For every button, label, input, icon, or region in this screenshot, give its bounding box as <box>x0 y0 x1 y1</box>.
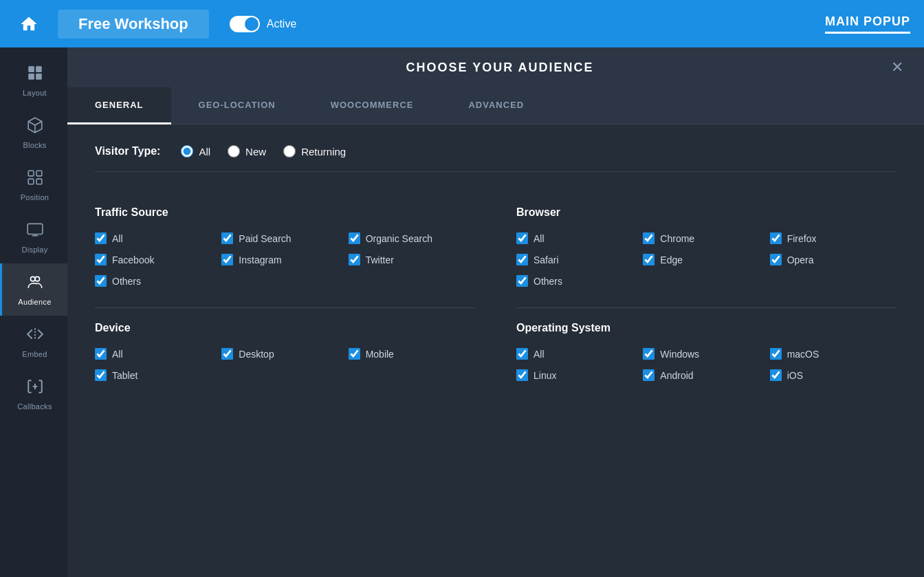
cb-ts-paid[interactable]: Paid Search <box>221 232 348 244</box>
tab-geo-location[interactable]: GEO-LOCATION <box>171 87 303 124</box>
os-title: Operating System <box>516 322 896 334</box>
cb-br-edge-input[interactable] <box>643 254 654 265</box>
cb-os-windows-input[interactable] <box>643 348 654 360</box>
cb-dv-tablet-input[interactable] <box>95 369 107 381</box>
cb-os-linux[interactable]: Linux <box>516 369 643 381</box>
cb-ts-organic-input[interactable] <box>349 232 360 244</box>
device-checkboxes: All Desktop Mobile Tablet <box>95 348 475 381</box>
cb-os-ios[interactable]: iOS <box>770 369 896 381</box>
browser-checkboxes: All Chrome Firefox Safari <box>516 232 896 287</box>
svg-rect-9 <box>28 179 34 184</box>
cb-os-android-input[interactable] <box>643 369 654 381</box>
cb-dv-all[interactable]: All <box>95 348 221 360</box>
sidebar-item-layout[interactable]: Layout <box>0 54 67 107</box>
cb-br-safari[interactable]: Safari <box>516 254 643 265</box>
workshop-title: Free Workshop <box>58 10 209 39</box>
tab-advanced[interactable]: ADVANCED <box>441 87 551 124</box>
cb-dv-mobile[interactable]: Mobile <box>349 348 475 360</box>
cb-dv-mobile-input[interactable] <box>349 348 360 360</box>
cb-br-opera[interactable]: Opera <box>770 254 896 265</box>
cb-br-all[interactable]: All <box>516 232 643 244</box>
cb-br-chrome-input[interactable] <box>643 232 654 244</box>
svg-rect-1 <box>36 66 42 72</box>
blocks-label: Blocks <box>23 141 46 149</box>
home-button[interactable] <box>14 9 44 39</box>
cb-dv-tablet[interactable]: Tablet <box>95 369 221 381</box>
radio-all-input[interactable] <box>181 145 193 157</box>
traffic-source-section: Traffic Source All Paid Search Organi <box>95 193 475 308</box>
sidebar-item-audience[interactable]: Audience <box>0 263 67 316</box>
cb-os-windows[interactable]: Windows <box>643 348 769 360</box>
svg-line-5 <box>35 122 42 125</box>
top-bar: Free Workshop Active MAIN POPUP <box>0 0 924 47</box>
main-layout: Layout Blocks <box>0 47 924 577</box>
radio-returning-label: Returning <box>301 146 346 157</box>
cb-ts-others[interactable]: Others <box>95 275 221 287</box>
popup-label: MAIN POPUP <box>825 14 910 34</box>
cb-br-others[interactable]: Others <box>516 275 643 287</box>
cb-os-all[interactable]: All <box>516 348 643 360</box>
cb-br-safari-input[interactable] <box>516 254 528 265</box>
visitor-type-row: Visitor Type: All New Returning <box>95 145 896 172</box>
radio-returning-input[interactable] <box>283 145 296 157</box>
cb-dv-all-input[interactable] <box>95 348 107 360</box>
radio-all[interactable]: All <box>181 145 210 157</box>
cb-br-firefox-input[interactable] <box>770 232 782 244</box>
callbacks-icon <box>26 378 44 398</box>
radio-returning[interactable]: Returning <box>283 145 346 157</box>
cb-os-linux-input[interactable] <box>516 369 528 381</box>
visitor-type-radio-group: All New Returning <box>181 145 346 157</box>
cb-ts-facebook-input[interactable] <box>95 254 107 265</box>
cb-br-edge[interactable]: Edge <box>643 254 769 265</box>
cb-os-ios-input[interactable] <box>770 369 782 381</box>
cb-ts-facebook[interactable]: Facebook <box>95 254 221 265</box>
cb-ts-others-input[interactable] <box>95 275 107 287</box>
cb-os-macos[interactable]: macOS <box>770 348 896 360</box>
cb-dv-desktop[interactable]: Desktop <box>221 348 348 360</box>
svg-rect-0 <box>28 66 34 72</box>
cb-ts-all[interactable]: All <box>95 232 221 244</box>
cb-ts-instagram[interactable]: Instagram <box>221 254 348 265</box>
visitor-type-label: Visitor Type: <box>95 145 160 157</box>
cb-dv-desktop-input[interactable] <box>221 348 233 360</box>
modal-header: CHOOSE YOUR AUDIENCE ✕ <box>67 47 924 87</box>
cb-br-opera-input[interactable] <box>770 254 782 265</box>
display-label: Display <box>21 246 47 254</box>
cb-ts-paid-input[interactable] <box>221 232 233 244</box>
cb-br-others-input[interactable] <box>516 275 528 287</box>
sidebar-item-embed[interactable]: Embed <box>0 316 67 368</box>
svg-rect-2 <box>28 74 34 80</box>
audience-icon <box>26 273 44 294</box>
cb-ts-twitter-input[interactable] <box>349 254 360 265</box>
cb-ts-twitter[interactable]: Twitter <box>349 254 475 265</box>
cb-br-chrome[interactable]: Chrome <box>643 232 769 244</box>
browser-title: Browser <box>516 206 896 219</box>
tab-general[interactable]: GENERAL <box>67 87 171 124</box>
sidebar-item-display[interactable]: Display <box>0 211 67 263</box>
active-toggle[interactable]: Active <box>230 16 297 32</box>
cb-os-android[interactable]: Android <box>643 369 769 381</box>
cb-ts-organic[interactable]: Organic Search <box>349 232 475 244</box>
tab-woocommerce[interactable]: WOOCOMMERCE <box>303 87 441 124</box>
device-section: Device All Desktop Mobile <box>95 308 475 402</box>
close-button[interactable]: ✕ <box>891 60 903 75</box>
blocks-icon <box>26 116 44 137</box>
sidebar-item-blocks[interactable]: Blocks <box>0 107 67 159</box>
radio-new[interactable]: New <box>228 145 266 157</box>
cb-ts-all-input[interactable] <box>95 232 107 244</box>
sidebar-item-callbacks[interactable]: Callbacks <box>0 368 67 420</box>
radio-new-input[interactable] <box>228 145 240 157</box>
traffic-source-checkboxes: All Paid Search Organic Search Face <box>95 232 475 287</box>
browser-section: Browser All Chrome Firefox <box>516 193 896 308</box>
layout-icon <box>26 64 44 85</box>
callbacks-label: Callbacks <box>17 402 52 411</box>
cb-os-all-input[interactable] <box>516 348 528 360</box>
cb-os-macos-input[interactable] <box>770 348 782 360</box>
cb-br-firefox[interactable]: Firefox <box>770 232 896 244</box>
toggle-switch[interactable] <box>230 16 260 32</box>
embed-icon <box>26 325 44 346</box>
sidebar-item-position[interactable]: Position <box>0 159 67 211</box>
os-checkboxes: All Windows macOS Linux <box>516 348 896 381</box>
cb-ts-instagram-input[interactable] <box>221 254 233 265</box>
cb-br-all-input[interactable] <box>516 232 528 244</box>
